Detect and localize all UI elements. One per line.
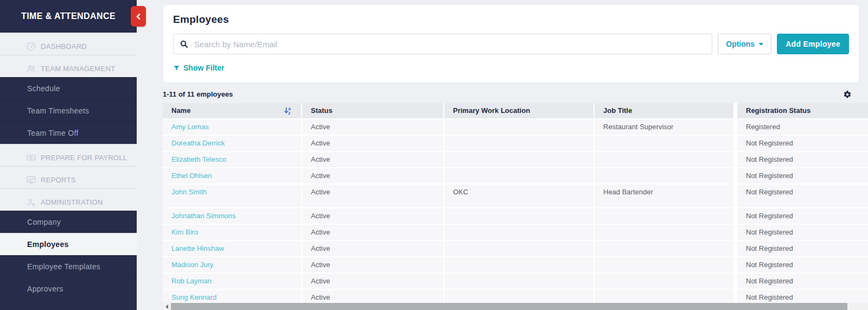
sidebar-item-approvers[interactable]: Approvers	[0, 277, 137, 300]
add-employee-button[interactable]: Add Employee	[777, 34, 849, 54]
status-cell: Active	[302, 225, 443, 240]
column-header-status[interactable]: Status	[302, 103, 443, 118]
registration-cell: Not Registered	[737, 185, 868, 207]
search-box[interactable]	[173, 34, 712, 54]
job-title-cell	[595, 152, 733, 167]
status-cell: Active	[302, 152, 443, 167]
scroll-left-arrow-icon[interactable]	[163, 305, 171, 309]
location-cell	[444, 225, 593, 240]
sidebar-item-team-time-off[interactable]: Team Time Off	[0, 122, 137, 144]
show-filter-label: Show Filter	[183, 64, 224, 72]
sidebar-item-team-management[interactable]: TEAM MANAGEMENT	[0, 55, 137, 77]
toolbar: Options Add Employee	[173, 34, 849, 54]
status-cell: Active	[302, 136, 443, 151]
sidebar-item-employee-templates[interactable]: Employee Templates	[0, 255, 137, 277]
status-cell: Active	[302, 168, 443, 184]
location-cell	[444, 168, 593, 184]
employee-name-link[interactable]: Amy Lomas	[171, 123, 209, 131]
employee-count-summary: 1-11 of 11 employees	[163, 90, 233, 98]
sidebar-item-reports[interactable]: REPORTS	[0, 166, 137, 188]
page-title: Employees	[173, 14, 849, 26]
table-row: Doreatha Derrick Active Not Registered	[163, 136, 868, 151]
location-cell	[444, 274, 593, 289]
sidebar-item-administration[interactable]: ADMINISTRATION	[0, 188, 137, 211]
employee-name-link[interactable]: Sung Kennard	[171, 293, 216, 301]
table-summary-row: 1-11 of 11 employees	[163, 90, 868, 99]
app-title: TIME & ATTENDANCE	[0, 0, 137, 33]
chevron-up-icon	[121, 199, 128, 206]
table-row: Rob Layman Active Not Registered	[163, 274, 868, 289]
job-title-cell	[595, 257, 733, 273]
table-row: Ethel Ohlsen Active Not Registered	[163, 168, 868, 184]
table-row: Kim Biro Active Not Registered	[163, 225, 868, 240]
registration-cell: Not Registered	[737, 274, 868, 289]
registration-cell: Registered	[737, 119, 868, 135]
employee-name-link[interactable]: Doreatha Derrick	[171, 139, 225, 147]
status-cell: Active	[302, 241, 443, 256]
table-row: Madison Jury Active Not Registered	[163, 257, 868, 273]
table-header-row: Name AZ Status Primary Work Location Job…	[163, 103, 868, 118]
sidebar-item-prepare-for-payroll[interactable]: PREPARE FOR PAYROLL	[0, 144, 137, 166]
sidebar: TIME & ATTENDANCE DASHBOARD TEAM MANAGEM…	[0, 0, 137, 310]
registration-cell: Not Registered	[737, 225, 868, 240]
sidebar-item-schedule[interactable]: Schedule	[0, 77, 137, 99]
location-cell	[444, 119, 593, 135]
job-title-cell: Head Bartender	[595, 185, 733, 207]
scrollbar-thumb[interactable]	[171, 303, 847, 310]
svg-text:A: A	[288, 106, 291, 110]
payroll-icon	[26, 153, 41, 163]
column-header-registration-status[interactable]: Registration Status	[737, 103, 868, 118]
employees-table: Name AZ Status Primary Work Location Job…	[163, 103, 868, 305]
employees-header-card: Employees Options Add Employee Show Filt…	[163, 4, 859, 83]
sidebar-collapse-button[interactable]	[131, 6, 146, 27]
employee-name-link[interactable]: Rob Layman	[171, 277, 212, 285]
sidebar-item-dashboard[interactable]: DASHBOARD	[0, 33, 137, 55]
options-button[interactable]: Options	[718, 34, 771, 54]
employee-name-link[interactable]: Madison Jury	[171, 261, 213, 269]
job-title-cell	[595, 168, 733, 184]
job-title-cell	[595, 136, 733, 151]
search-icon	[180, 40, 188, 48]
employee-name-link[interactable]: Kim Biro	[171, 228, 198, 236]
sidebar-item-company[interactable]: Company	[0, 211, 137, 233]
job-title-cell	[595, 208, 733, 224]
sidebar-item-label: Company	[27, 218, 130, 226]
options-button-label: Options	[726, 40, 755, 48]
sidebar-item-employees[interactable]: Employees	[0, 233, 137, 255]
main-content: Employees Options Add Employee Show Filt…	[137, 0, 868, 310]
employee-name-link[interactable]: John Smith	[171, 188, 207, 196]
employee-name-link[interactable]: Lanette Hinshaw	[171, 244, 224, 252]
column-header-job-title[interactable]: Job Title	[595, 103, 733, 118]
status-cell: Active	[302, 257, 443, 273]
table-row: Amy Lomas Active Restaurant Supervisor R…	[163, 119, 868, 135]
table-settings-gear-icon[interactable]	[843, 90, 852, 99]
table-row: Lanette Hinshaw Active Not Registered	[163, 241, 868, 256]
location-cell	[444, 257, 593, 273]
employee-name-link[interactable]: Elizabeth Telesco	[171, 155, 226, 163]
sidebar-item-label: Employees	[27, 240, 130, 249]
sidebar-item-team-timesheets[interactable]: Team Timesheets	[0, 99, 137, 122]
job-title-cell	[595, 225, 733, 240]
chevron-up-icon	[121, 65, 128, 72]
app-root: TIME & ATTENDANCE DASHBOARD TEAM MANAGEM…	[0, 0, 868, 310]
show-filter-toggle[interactable]: Show Filter	[173, 64, 224, 72]
table-body: Amy Lomas Active Restaurant Supervisor R…	[163, 119, 868, 305]
employees-table-area: 1-11 of 11 employees Name AZ Status Prim…	[163, 90, 868, 305]
registration-cell: Not Registered	[737, 208, 868, 224]
registration-cell: Not Registered	[737, 136, 868, 151]
svg-text:Z: Z	[288, 111, 290, 115]
filter-icon	[173, 65, 180, 72]
sidebar-item-label: ADMINISTRATION	[41, 198, 121, 206]
sidebar-item-label: PREPARE FOR PAYROLL	[41, 154, 128, 162]
table-row: Johnathan Simmons Active Not Registered	[163, 208, 868, 224]
employee-name-link[interactable]: Johnathan Simmons	[171, 212, 236, 220]
sidebar-nav: DASHBOARD TEAM MANAGEMENT Schedule	[0, 33, 137, 300]
horizontal-scrollbar[interactable]	[163, 303, 868, 310]
column-header-primary-work-location[interactable]: Primary Work Location	[444, 103, 593, 118]
registration-cell: Not Registered	[737, 152, 868, 167]
employee-name-link[interactable]: Ethel Ohlsen	[171, 172, 212, 180]
job-title-cell	[595, 274, 733, 289]
column-header-name[interactable]: Name AZ	[163, 103, 301, 118]
sort-alpha-icon[interactable]: AZ	[284, 106, 292, 115]
search-input[interactable]	[193, 39, 706, 49]
